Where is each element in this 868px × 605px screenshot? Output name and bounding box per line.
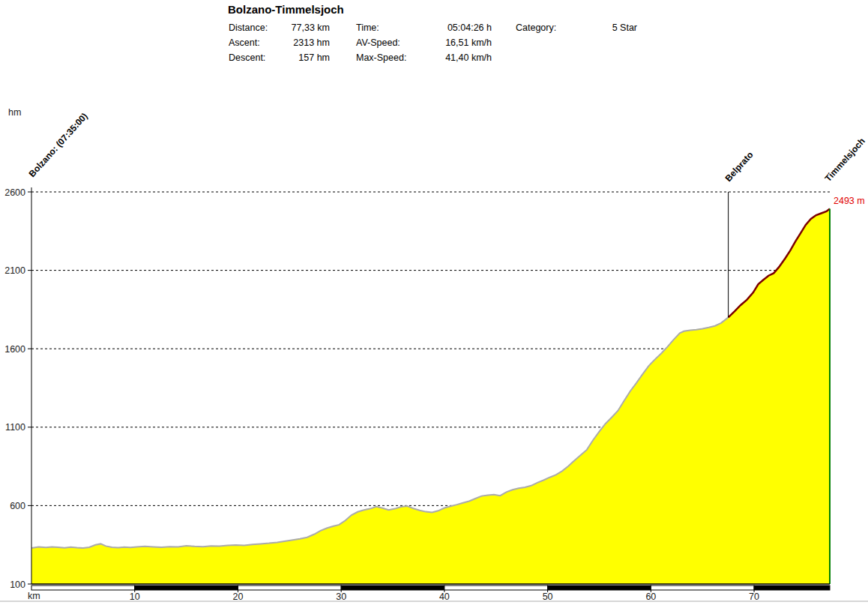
y-tick-label: 2600 [4, 187, 25, 198]
y-tick-label: 600 [10, 501, 25, 511]
x-tick-label: 30 [336, 592, 346, 602]
scale-bar-segment [651, 586, 754, 590]
y-tick-label: 1100 [5, 422, 25, 433]
scale-bar-segment [31, 586, 135, 590]
x-tick-label: 60 [645, 592, 656, 602]
scale-bar-segment [341, 586, 444, 590]
scale-bar-segment [754, 586, 830, 590]
y-tick-label: 2100 [4, 265, 25, 276]
x-tick-label: 70 [749, 592, 759, 602]
scale-bar-segment [238, 586, 341, 590]
x-axis-unit-label: km [28, 591, 40, 601]
scale-bar-segment [444, 586, 548, 590]
x-tick-label: 50 [543, 592, 553, 602]
y-tick-label: 100 [10, 580, 25, 590]
x-tick-label: 40 [439, 592, 450, 602]
end-elevation-label: 2493 m [834, 196, 865, 206]
tour-report-page: Bolzano-Timmelsjoch Distance: 77,33 km A… [0, 0, 868, 605]
x-tick-label: 10 [130, 592, 140, 602]
x-tick-label: 20 [232, 592, 243, 602]
y-axis-unit-label: hm [8, 107, 21, 118]
scale-bar-segment [548, 586, 651, 590]
y-tick-label: 1600 [4, 344, 25, 355]
scale-bar-segment [135, 586, 238, 590]
elevation-chart: 100600110016002100260010203040506070 [0, 0, 868, 605]
elevation-area [31, 208, 830, 584]
